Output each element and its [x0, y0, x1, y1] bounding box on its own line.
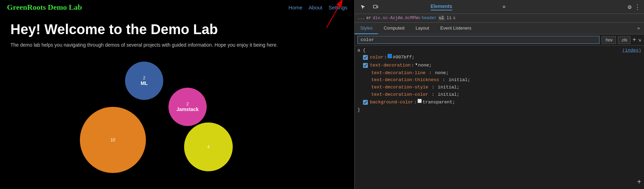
css-prop-name-text-decoration: text-decoration [370, 62, 411, 69]
styles-wrapper: a { (index) color : #007bff; text-decora… [355, 46, 644, 189]
css-sub-text-decoration-style: text-decoration-style : initial; [357, 84, 641, 91]
filter-row: :hov .cls + ⇲ [355, 34, 644, 46]
site-logo: GreenRoots Demo Lab [7, 3, 82, 12]
site-header: GreenRoots Demo Lab Home About Settings [0, 0, 354, 15]
select-element-icon[interactable] [358, 2, 368, 12]
hov-button[interactable]: :hov [602, 36, 616, 44]
devtools-title-tab: Elements [383, 3, 499, 10]
settings-icon[interactable]: ⚙ [628, 3, 631, 11]
css-prop-value-bg-color: transparent; [423, 99, 455, 106]
bubble-jamstack-num: 2 [187, 102, 189, 107]
bubble-ml-label: ML [141, 80, 148, 86]
css-rule-header: a { (index) [357, 48, 641, 53]
nav-home[interactable]: Home [289, 5, 303, 10]
styles-content: a { (index) color : #007bff; text-decora… [355, 46, 644, 115]
bc-li[interactable]: li [446, 16, 451, 21]
bubble-yellow[interactable]: 4 [184, 123, 233, 171]
more-options-icon[interactable]: ⋮ [634, 3, 641, 11]
css-prop-name-color: color [370, 54, 383, 61]
nav-settings[interactable]: Settings [329, 5, 347, 10]
devtools-tabs: Styles Computed Layout Event Listeners » [355, 23, 644, 34]
site-desc: The demo lab helps you navigating throug… [10, 42, 344, 48]
more-tabs-button[interactable]: » [502, 4, 506, 10]
website-panel: GreenRoots Demo Lab Home About Settings … [0, 0, 354, 189]
site-nav: Home About Settings [289, 5, 347, 10]
add-property-button[interactable]: + [637, 178, 641, 186]
add-style-button[interactable]: + [633, 37, 636, 44]
css-expand-triangle[interactable]: ▼ [415, 62, 418, 68]
css-background-color-checkbox[interactable] [363, 100, 368, 105]
bc-er[interactable]: er [366, 16, 371, 21]
svg-rect-3 [377, 6, 378, 8]
breadcrumb-bar: ... er div.sc-AxjAm.bcMPWx header ul li … [355, 14, 644, 23]
bubble-yellow-num: 4 [207, 144, 210, 149]
resize-handle[interactable]: ⇲ [638, 37, 641, 43]
css-text-decoration-checkbox[interactable] [363, 63, 368, 68]
devtools-title[interactable]: Elements [431, 3, 452, 10]
cls-button[interactable]: .cls [618, 36, 630, 44]
bc-header[interactable]: header [422, 16, 437, 21]
nav-about[interactable]: About [309, 5, 322, 10]
css-sub-text-decoration-line: text-decoration-line : none; [357, 70, 641, 77]
css-prop-color: color : #007bff; [357, 54, 641, 62]
bubble-ml-num: 2 [143, 76, 146, 80]
css-closing-brace: } [357, 107, 641, 112]
css-prop-name-bg-color: background-color [370, 99, 413, 106]
css-selector: a { [357, 48, 365, 53]
bc-div[interactable]: div.sc-AxjAm.bcMPWx [373, 16, 420, 21]
devtools-header: Elements » ⚙ ⋮ [355, 0, 644, 14]
style-filter-input[interactable] [357, 36, 600, 44]
site-main: Hey! Welcome to the Demo Lab The demo la… [0, 15, 354, 183]
tab-styles[interactable]: Styles [355, 23, 378, 34]
css-color-swatch[interactable] [388, 54, 392, 58]
svg-rect-2 [373, 5, 377, 8]
bc-a[interactable]: a [453, 16, 455, 21]
bubble-orange-num: 10 [110, 137, 115, 142]
bubble-ml[interactable]: 2 ML [125, 62, 163, 100]
css-prop-background-color: background-color : transparent; [357, 99, 641, 107]
tab-computed[interactable]: Computed [378, 23, 410, 34]
css-sub-text-decoration-thickness: text-decoration-thickness : initial; [357, 77, 641, 84]
devtools-panel: Elements » ⚙ ⋮ ... er div.sc-AxjAm.bcMPW… [354, 0, 644, 189]
bc-ul[interactable]: ul [438, 15, 445, 21]
css-prop-text-decoration: text-decoration : ▼ none; [357, 62, 641, 70]
bubble-jamstack-label: Jamstack [176, 107, 199, 112]
tab-layout[interactable]: Layout [410, 23, 435, 34]
bubble-jamstack[interactable]: 2 Jamstack [168, 88, 207, 126]
bubble-orange[interactable]: 10 [80, 107, 146, 173]
css-prop-value-text-decoration: none; [418, 62, 432, 69]
tab-event-listeners[interactable]: Event Listeners [435, 23, 477, 34]
device-toggle-icon[interactable] [371, 2, 380, 12]
tab-more[interactable]: » [633, 23, 644, 34]
css-color-checkbox[interactable] [363, 55, 368, 60]
site-title: Hey! Welcome to the Demo Lab [10, 22, 344, 37]
css-index-link[interactable]: (index) [622, 48, 641, 53]
bubbles-area: 2 ML 2 Jamstack 10 4 [10, 55, 344, 180]
bc-ellipsis[interactable]: ... [357, 16, 365, 21]
css-prop-value-color: #007bff; [393, 54, 414, 61]
css-bg-color-swatch[interactable] [418, 99, 422, 103]
css-sub-text-decoration-color: text-decoration-color : initial; [357, 91, 641, 99]
